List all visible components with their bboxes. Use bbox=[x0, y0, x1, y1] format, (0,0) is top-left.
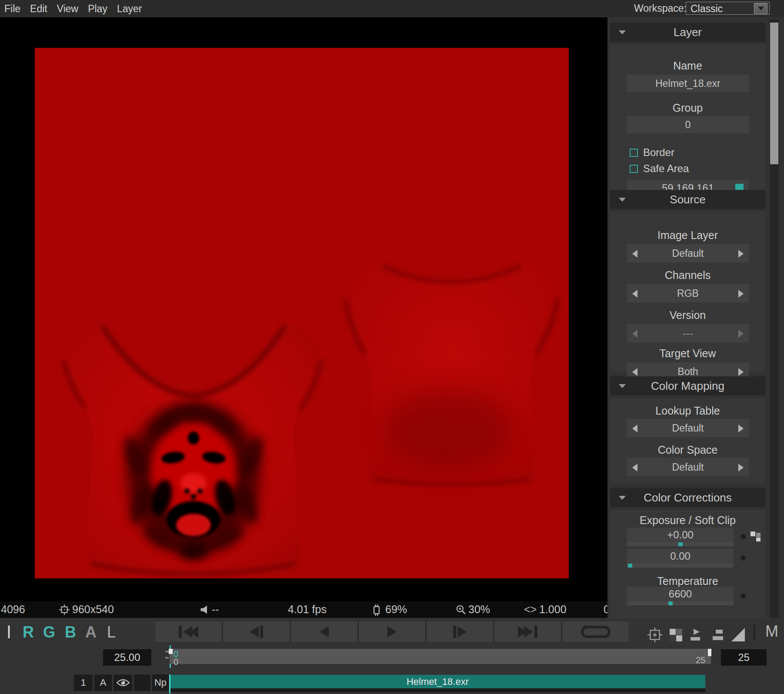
channels-selector[interactable]: RGB bbox=[627, 284, 749, 302]
soft-clip-slider-handle[interactable] bbox=[628, 564, 632, 568]
menu-file[interactable]: File bbox=[4, 3, 20, 15]
menu-edit[interactable]: Edit bbox=[30, 3, 47, 15]
exposure-slider[interactable] bbox=[627, 542, 734, 546]
next-arrow-icon[interactable] bbox=[738, 290, 744, 298]
lookup-table-value: Default bbox=[672, 422, 704, 434]
soft-clip-value[interactable]: 0.00 bbox=[627, 549, 734, 564]
exposure-value[interactable]: +0.00 bbox=[627, 528, 734, 542]
play-over-bar-icon[interactable] bbox=[689, 629, 702, 642]
channel-toggle-red[interactable]: R bbox=[23, 623, 34, 641]
temperature-field[interactable]: 6600 bbox=[627, 587, 734, 605]
image-layer-selector[interactable]: Default bbox=[627, 244, 749, 262]
speed-icon: <> bbox=[524, 603, 537, 616]
fps-readout: 4.01 fps bbox=[288, 603, 327, 616]
speed-readout: 1.000 bbox=[539, 603, 567, 616]
track-clip-shadow bbox=[170, 688, 705, 692]
step-forward-button[interactable] bbox=[427, 621, 493, 642]
exposure-field[interactable]: +0.00 bbox=[627, 528, 734, 546]
prev-arrow-icon[interactable] bbox=[632, 464, 637, 472]
soft-clip-field[interactable]: 0.00 bbox=[627, 549, 734, 568]
menu-view[interactable]: View bbox=[57, 3, 78, 15]
dither-icon[interactable] bbox=[751, 531, 762, 542]
track-empty-cell[interactable] bbox=[134, 674, 150, 691]
layer-section-header[interactable]: Layer bbox=[610, 23, 765, 42]
channel-toggle-green[interactable]: G bbox=[43, 623, 55, 641]
prev-arrow-icon[interactable] bbox=[632, 290, 637, 298]
loaded-image-helmet[interactable] bbox=[35, 48, 569, 578]
timeline-scrubber[interactable] bbox=[170, 649, 711, 664]
safe-area-checkbox[interactable] bbox=[630, 165, 638, 173]
workspace-dropdown-button[interactable] bbox=[754, 3, 767, 14]
next-arrow-icon[interactable] bbox=[738, 425, 744, 432]
fps-field[interactable]: 25.00 bbox=[103, 649, 151, 666]
source-section-header[interactable]: Source bbox=[610, 190, 765, 209]
temperature-value[interactable]: 6600 bbox=[627, 587, 734, 601]
temperature-slider-handle[interactable] bbox=[668, 601, 673, 605]
exposure-reset-dot[interactable] bbox=[741, 534, 746, 539]
playhead-handle[interactable] bbox=[169, 649, 173, 654]
zoom-percent-readout: 30% bbox=[468, 603, 490, 616]
prev-arrow-icon[interactable] bbox=[632, 368, 637, 376]
track-visibility-cell[interactable] bbox=[113, 674, 132, 691]
channel-toggle-blue[interactable]: B bbox=[65, 623, 76, 641]
border-checkbox-label: Border bbox=[643, 146, 674, 159]
next-arrow-icon[interactable] bbox=[738, 330, 744, 338]
target-view-value: Both bbox=[677, 366, 698, 378]
loop-button[interactable] bbox=[562, 621, 629, 642]
crop-region-icon[interactable] bbox=[647, 627, 663, 643]
color-space-selector[interactable]: Default bbox=[627, 458, 749, 476]
channel-toggle-alpha[interactable]: A bbox=[85, 623, 97, 641]
source-section-title: Source bbox=[670, 193, 705, 206]
layer-name-input[interactable]: Helmet_18.exr bbox=[627, 75, 749, 92]
step-backward-button[interactable] bbox=[223, 621, 290, 642]
menu-layer[interactable]: Layer bbox=[117, 3, 142, 15]
next-arrow-icon[interactable] bbox=[738, 464, 744, 472]
play-backward-icon bbox=[320, 626, 329, 638]
stacked-layers-icon[interactable] bbox=[711, 629, 724, 642]
temperature-slider[interactable] bbox=[627, 601, 734, 605]
prev-arrow-icon[interactable] bbox=[632, 425, 637, 432]
name-label: Name bbox=[610, 60, 765, 72]
lookup-table-selector[interactable]: Default bbox=[627, 419, 749, 437]
border-checkbox[interactable] bbox=[630, 149, 638, 157]
track-clip-bar[interactable]: Helmet_18.exr bbox=[170, 675, 705, 688]
checker-background-icon[interactable] bbox=[670, 629, 683, 642]
play-backward-button[interactable] bbox=[291, 621, 357, 642]
go-to-start-button[interactable] bbox=[155, 621, 222, 642]
color-mapping-section-header[interactable]: Color Mapping bbox=[610, 376, 765, 395]
soft-clip-reset-dot[interactable] bbox=[741, 555, 746, 561]
soft-clip-slider[interactable] bbox=[627, 564, 734, 568]
prev-arrow-icon[interactable] bbox=[632, 330, 637, 338]
go-to-start-icon bbox=[179, 626, 182, 638]
toolbar-separator bbox=[754, 625, 755, 641]
image-content bbox=[35, 48, 569, 578]
temperature-reset-dot[interactable] bbox=[741, 593, 746, 598]
gamma-ramp-icon[interactable] bbox=[731, 628, 745, 642]
collapse-triangle-icon bbox=[619, 384, 626, 388]
panel-scrollbar-thumb[interactable] bbox=[770, 23, 778, 164]
playhead-top-tick bbox=[170, 645, 171, 649]
play-forward-button[interactable] bbox=[359, 621, 425, 642]
track-index-cell[interactable]: 1 bbox=[74, 674, 93, 691]
version-value: --- bbox=[683, 328, 693, 339]
play-forward-icon bbox=[387, 626, 397, 638]
next-arrow-icon[interactable] bbox=[738, 250, 744, 258]
matte-toggle[interactable]: M bbox=[765, 622, 778, 641]
track-audio-cell[interactable]: A bbox=[94, 674, 112, 691]
track-np-cell[interactable]: Np bbox=[152, 674, 169, 691]
end-frame-field[interactable]: 25 bbox=[721, 649, 767, 666]
audio-readout: -- bbox=[212, 603, 219, 616]
menu-play[interactable]: Play bbox=[88, 3, 107, 15]
exposure-label: Exposure / Soft Clip bbox=[610, 514, 765, 527]
go-to-end-button[interactable] bbox=[494, 621, 561, 642]
source-section-body: Image Layer Default Channels RGB Version… bbox=[610, 212, 765, 372]
layer-section-title: Layer bbox=[674, 26, 702, 39]
layer-group-input[interactable]: 0 bbox=[627, 116, 749, 133]
channel-toggle-luma[interactable]: L bbox=[107, 623, 116, 641]
next-arrow-icon[interactable] bbox=[738, 368, 744, 376]
exposure-slider-handle[interactable] bbox=[678, 542, 683, 546]
color-corrections-section-header[interactable]: Color Corrections bbox=[610, 488, 765, 507]
prev-arrow-icon[interactable] bbox=[632, 250, 637, 258]
version-selector[interactable]: --- bbox=[627, 324, 749, 342]
out-point-handle[interactable] bbox=[708, 649, 711, 656]
